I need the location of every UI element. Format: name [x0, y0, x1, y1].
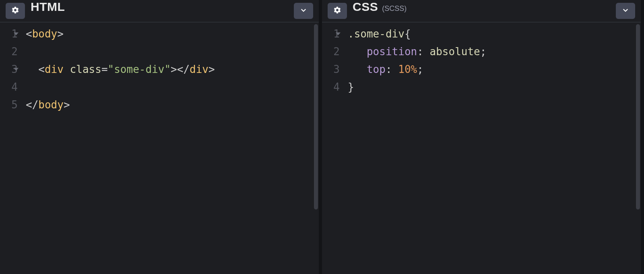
line-number: 3	[0, 60, 18, 78]
settings-button[interactable]	[6, 3, 25, 19]
code-content[interactable]: .some-div{ position: absolute; top: 10%;…	[345, 25, 641, 274]
line-number: 2	[0, 43, 18, 60]
code-line[interactable]	[26, 43, 319, 60]
code-editor[interactable]: 12345 <body> <div class="some-div"></div…	[0, 23, 319, 274]
panel-header: HTML	[0, 0, 319, 23]
scrollbar[interactable]	[635, 23, 641, 274]
panel-title-wrap: HTML	[31, 0, 76, 22]
line-number: 2	[322, 43, 340, 60]
fold-caret-icon[interactable]	[14, 68, 19, 71]
line-number: 4	[322, 78, 340, 96]
code-line[interactable]: .some-div{	[348, 25, 641, 43]
line-number: 4	[0, 78, 18, 96]
editor-panel-html: HTML 12345 <body> <div class="some-div">…	[0, 0, 322, 274]
scrollbar[interactable]	[313, 23, 319, 274]
panel-title: CSS	[353, 0, 378, 14]
code-line[interactable]: }	[348, 78, 641, 96]
line-number: 5	[0, 96, 18, 114]
settings-button[interactable]	[328, 3, 347, 19]
code-line[interactable]: top: 10%;	[348, 60, 641, 78]
panel-header: CSS (SCSS)	[322, 0, 641, 23]
panel-subtitle: (SCSS)	[382, 4, 407, 13]
collapse-button[interactable]	[616, 3, 635, 19]
line-number: 3	[322, 60, 340, 78]
code-editor[interactable]: 1234 .some-div{ position: absolute; top:…	[322, 23, 641, 274]
editor-panel-css: CSS (SCSS) 1234 .some-div{ position: abs…	[322, 0, 644, 274]
line-gutter: 12345	[0, 25, 23, 274]
scrollbar-thumb[interactable]	[314, 24, 318, 210]
chevron-down-icon	[622, 6, 629, 15]
code-line[interactable]: <div class="some-div"></div>	[26, 60, 319, 78]
gear-icon	[11, 6, 19, 16]
code-content[interactable]: <body> <div class="some-div"></div></bod…	[23, 25, 319, 274]
panel-title: HTML	[31, 0, 65, 14]
code-line[interactable]: <body>	[26, 25, 319, 43]
collapse-button[interactable]	[294, 3, 313, 19]
gear-icon	[333, 6, 341, 16]
panel-title-wrap: CSS (SCSS)	[353, 0, 414, 22]
line-number: 1	[322, 25, 340, 43]
line-gutter: 1234	[322, 25, 345, 274]
line-number: 1	[0, 25, 18, 43]
chevron-down-icon	[300, 6, 307, 15]
scrollbar-thumb[interactable]	[636, 24, 640, 210]
fold-caret-icon[interactable]	[336, 33, 341, 35]
code-line[interactable]	[26, 78, 319, 96]
code-line[interactable]: position: absolute;	[348, 43, 641, 60]
code-line[interactable]: </body>	[26, 96, 319, 114]
fold-caret-icon[interactable]	[14, 33, 19, 35]
